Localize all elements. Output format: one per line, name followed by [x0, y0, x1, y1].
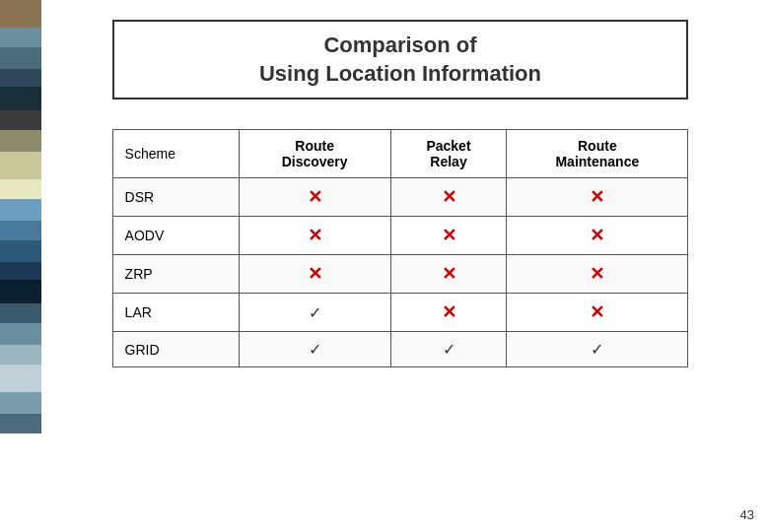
col-header-packet-relay: PacketRelay	[390, 130, 507, 178]
sidebar-block	[0, 323, 41, 345]
cell-packetRelay: ✓	[390, 332, 507, 367]
cell-scheme: GRID	[112, 332, 239, 367]
cell-scheme: AODV	[112, 217, 239, 255]
sidebar-block	[0, 345, 41, 365]
sidebar-block	[0, 365, 41, 392]
sidebar-block	[0, 110, 41, 130]
cell-packetRelay: ✕	[390, 178, 507, 217]
sidebar-block	[0, 392, 41, 414]
cell-routeMaintenance: ✓	[507, 332, 688, 367]
comparison-table: Scheme RouteDiscovery PacketRelay RouteM…	[112, 129, 689, 367]
sidebar-block	[0, 199, 41, 221]
sidebar-block	[0, 87, 41, 110]
table-row: DSR✕✕✕	[112, 178, 688, 217]
sidebar-block	[0, 152, 41, 179]
sidebar-block	[0, 303, 41, 323]
sidebar-block	[0, 262, 41, 280]
sidebar-block	[0, 414, 41, 433]
cell-scheme: DSR	[112, 178, 239, 217]
sidebar-block	[0, 280, 41, 303]
table-row: GRID✓✓✓	[112, 332, 688, 367]
cell-routeMaintenance: ✕	[507, 178, 688, 217]
table-row: ZRP✕✕✕	[112, 255, 688, 294]
cell-routeDiscovery: ✕	[239, 217, 390, 255]
sidebar-block	[0, 130, 41, 152]
cell-routeDiscovery: ✕	[239, 255, 390, 294]
col-header-route-discovery: RouteDiscovery	[239, 130, 390, 178]
cell-scheme: ZRP	[112, 255, 239, 294]
col-header-scheme: Scheme	[112, 130, 239, 178]
sidebar-block	[0, 0, 41, 28]
cell-packetRelay: ✕	[390, 217, 507, 255]
cell-routeMaintenance: ✕	[507, 294, 688, 332]
cell-packetRelay: ✕	[390, 294, 507, 332]
cell-scheme: LAR	[112, 294, 239, 332]
cell-routeDiscovery: ✕	[239, 178, 390, 217]
title-box: Comparison of Using Location Information	[112, 20, 689, 100]
page-number: 43	[740, 507, 754, 522]
col-header-route-maintenance: RouteMaintenance	[507, 130, 688, 178]
cell-routeDiscovery: ✓	[239, 332, 390, 367]
sidebar-block	[0, 179, 41, 199]
sidebar	[0, 0, 41, 532]
page-title: Comparison of Using Location Information	[144, 32, 658, 88]
main-content: Comparison of Using Location Information…	[41, 0, 769, 532]
sidebar-block	[0, 47, 41, 69]
sidebar-block	[0, 69, 41, 87]
cell-routeMaintenance: ✕	[507, 217, 688, 255]
table-header-row: Scheme RouteDiscovery PacketRelay RouteM…	[112, 130, 688, 178]
cell-routeMaintenance: ✕	[507, 255, 688, 294]
table-row: LAR✓✕✕	[112, 294, 688, 332]
sidebar-block	[0, 28, 41, 47]
sidebar-block	[0, 221, 41, 240]
cell-packetRelay: ✕	[390, 255, 507, 294]
sidebar-block	[0, 240, 41, 262]
table-row: AODV✕✕✕	[112, 217, 688, 255]
cell-routeDiscovery: ✓	[239, 294, 390, 332]
